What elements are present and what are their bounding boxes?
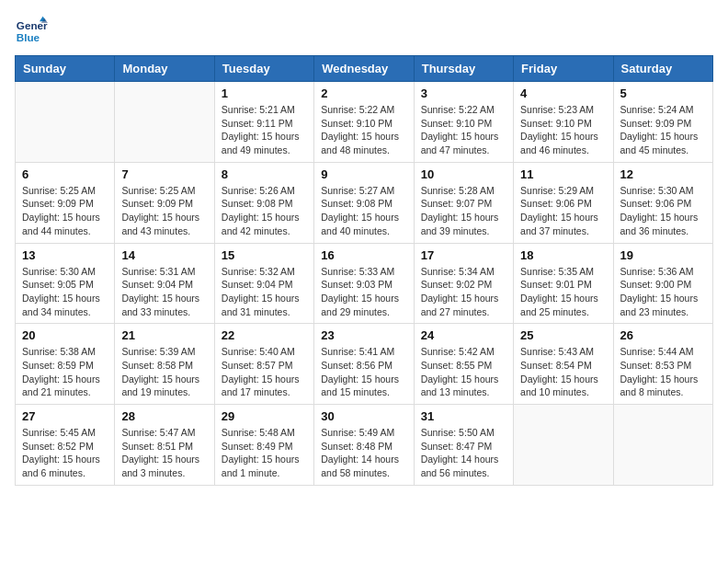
week-row-2: 6Sunrise: 5:25 AM Sunset: 9:09 PM Daylig… [16,162,713,243]
day-cell: 31Sunrise: 5:50 AM Sunset: 8:47 PM Dayli… [414,405,513,486]
day-number: 29 [222,409,307,423]
day-number: 20 [22,328,108,342]
day-cell [115,82,214,163]
day-cell: 11Sunrise: 5:29 AM Sunset: 9:06 PM Dayli… [514,162,613,243]
day-number: 8 [222,167,307,181]
day-number: 1 [222,86,307,100]
day-number: 13 [22,248,108,262]
day-info: Sunrise: 5:23 AM Sunset: 9:10 PM Dayligh… [520,103,606,157]
weekday-header-wednesday: Wednesday [314,56,414,82]
weekday-header-saturday: Saturday [613,56,712,82]
logo-icon: General Blue [15,15,48,48]
weekday-header-sunday: Sunday [16,56,115,82]
day-cell: 9Sunrise: 5:27 AM Sunset: 9:08 PM Daylig… [314,162,414,243]
day-info: Sunrise: 5:36 AM Sunset: 9:00 PM Dayligh… [620,265,706,319]
day-number: 21 [121,328,207,342]
day-info: Sunrise: 5:30 AM Sunset: 9:06 PM Dayligh… [620,184,706,238]
day-cell: 30Sunrise: 5:49 AM Sunset: 8:48 PM Dayli… [314,405,414,486]
day-number: 19 [620,248,706,262]
day-info: Sunrise: 5:35 AM Sunset: 9:01 PM Dayligh… [520,265,606,319]
day-number: 22 [222,328,307,342]
header: General Blue [15,15,713,48]
day-info: Sunrise: 5:29 AM Sunset: 9:06 PM Dayligh… [520,184,606,238]
day-info: Sunrise: 5:25 AM Sunset: 9:09 PM Dayligh… [121,184,207,238]
day-cell: 28Sunrise: 5:47 AM Sunset: 8:51 PM Dayli… [115,405,214,486]
day-info: Sunrise: 5:44 AM Sunset: 8:53 PM Dayligh… [620,345,706,399]
day-info: Sunrise: 5:27 AM Sunset: 9:08 PM Dayligh… [321,184,406,238]
day-info: Sunrise: 5:40 AM Sunset: 8:57 PM Dayligh… [222,345,307,399]
day-cell: 6Sunrise: 5:25 AM Sunset: 9:09 PM Daylig… [16,162,115,243]
day-info: Sunrise: 5:21 AM Sunset: 9:11 PM Dayligh… [222,103,307,157]
day-number: 30 [321,409,406,423]
day-cell: 29Sunrise: 5:48 AM Sunset: 8:49 PM Dayli… [214,405,313,486]
day-number: 9 [321,167,406,181]
day-cell: 10Sunrise: 5:28 AM Sunset: 9:07 PM Dayli… [414,162,513,243]
svg-text:Blue: Blue [17,31,40,43]
day-number: 10 [421,167,506,181]
day-number: 7 [121,167,207,181]
day-info: Sunrise: 5:22 AM Sunset: 9:10 PM Dayligh… [321,103,406,157]
day-cell: 7Sunrise: 5:25 AM Sunset: 9:09 PM Daylig… [115,162,214,243]
day-cell: 26Sunrise: 5:44 AM Sunset: 8:53 PM Dayli… [613,324,712,405]
day-number: 31 [421,409,506,423]
day-cell: 2Sunrise: 5:22 AM Sunset: 9:10 PM Daylig… [314,82,414,163]
day-cell: 17Sunrise: 5:34 AM Sunset: 9:02 PM Dayli… [414,243,513,324]
day-cell: 23Sunrise: 5:41 AM Sunset: 8:56 PM Dayli… [314,324,414,405]
day-number: 2 [321,86,406,100]
day-info: Sunrise: 5:45 AM Sunset: 8:52 PM Dayligh… [22,426,108,480]
day-cell: 21Sunrise: 5:39 AM Sunset: 8:58 PM Dayli… [115,324,214,405]
day-info: Sunrise: 5:28 AM Sunset: 9:07 PM Dayligh… [421,184,506,238]
day-number: 27 [22,409,108,423]
day-number: 14 [121,248,207,262]
day-cell: 14Sunrise: 5:31 AM Sunset: 9:04 PM Dayli… [115,243,214,324]
day-cell: 27Sunrise: 5:45 AM Sunset: 8:52 PM Dayli… [16,405,115,486]
day-number: 11 [520,167,606,181]
day-number: 25 [520,328,606,342]
day-number: 16 [321,248,406,262]
weekday-header-tuesday: Tuesday [214,56,313,82]
weekday-header-thursday: Thursday [414,56,513,82]
day-number: 26 [620,328,706,342]
week-row-4: 20Sunrise: 5:38 AM Sunset: 8:59 PM Dayli… [16,324,713,405]
day-cell: 4Sunrise: 5:23 AM Sunset: 9:10 PM Daylig… [514,82,613,163]
day-number: 24 [421,328,506,342]
day-number: 17 [421,248,506,262]
logo: General Blue [15,15,48,48]
weekday-header-row: SundayMondayTuesdayWednesdayThursdayFrid… [16,56,713,82]
day-info: Sunrise: 5:22 AM Sunset: 9:10 PM Dayligh… [421,103,506,157]
day-cell: 13Sunrise: 5:30 AM Sunset: 9:05 PM Dayli… [16,243,115,324]
day-number: 23 [321,328,406,342]
week-row-1: 1Sunrise: 5:21 AM Sunset: 9:11 PM Daylig… [16,82,713,163]
day-cell [16,82,115,163]
day-info: Sunrise: 5:41 AM Sunset: 8:56 PM Dayligh… [321,345,406,399]
day-info: Sunrise: 5:39 AM Sunset: 8:58 PM Dayligh… [121,345,207,399]
week-row-5: 27Sunrise: 5:45 AM Sunset: 8:52 PM Dayli… [16,405,713,486]
day-cell: 15Sunrise: 5:32 AM Sunset: 9:04 PM Dayli… [214,243,313,324]
week-row-3: 13Sunrise: 5:30 AM Sunset: 9:05 PM Dayli… [16,243,713,324]
day-cell: 16Sunrise: 5:33 AM Sunset: 9:03 PM Dayli… [314,243,414,324]
day-cell: 1Sunrise: 5:21 AM Sunset: 9:11 PM Daylig… [214,82,313,163]
day-info: Sunrise: 5:49 AM Sunset: 8:48 PM Dayligh… [321,426,406,480]
day-info: Sunrise: 5:34 AM Sunset: 9:02 PM Dayligh… [421,265,506,319]
day-cell: 12Sunrise: 5:30 AM Sunset: 9:06 PM Dayli… [613,162,712,243]
day-cell: 22Sunrise: 5:40 AM Sunset: 8:57 PM Dayli… [214,324,313,405]
day-number: 15 [222,248,307,262]
day-info: Sunrise: 5:42 AM Sunset: 8:55 PM Dayligh… [421,345,506,399]
day-cell [514,405,613,486]
day-number: 12 [620,167,706,181]
day-cell: 20Sunrise: 5:38 AM Sunset: 8:59 PM Dayli… [16,324,115,405]
day-info: Sunrise: 5:32 AM Sunset: 9:04 PM Dayligh… [222,265,307,319]
day-info: Sunrise: 5:47 AM Sunset: 8:51 PM Dayligh… [121,426,207,480]
weekday-header-monday: Monday [115,56,214,82]
day-number: 6 [22,167,108,181]
day-cell: 8Sunrise: 5:26 AM Sunset: 9:08 PM Daylig… [214,162,313,243]
day-info: Sunrise: 5:50 AM Sunset: 8:47 PM Dayligh… [421,426,506,480]
day-cell: 5Sunrise: 5:24 AM Sunset: 9:09 PM Daylig… [613,82,712,163]
day-cell [613,405,712,486]
day-info: Sunrise: 5:31 AM Sunset: 9:04 PM Dayligh… [121,265,207,319]
day-cell: 3Sunrise: 5:22 AM Sunset: 9:10 PM Daylig… [414,82,513,163]
day-info: Sunrise: 5:26 AM Sunset: 9:08 PM Dayligh… [222,184,307,238]
weekday-header-friday: Friday [514,56,613,82]
day-number: 18 [520,248,606,262]
day-number: 3 [421,86,506,100]
